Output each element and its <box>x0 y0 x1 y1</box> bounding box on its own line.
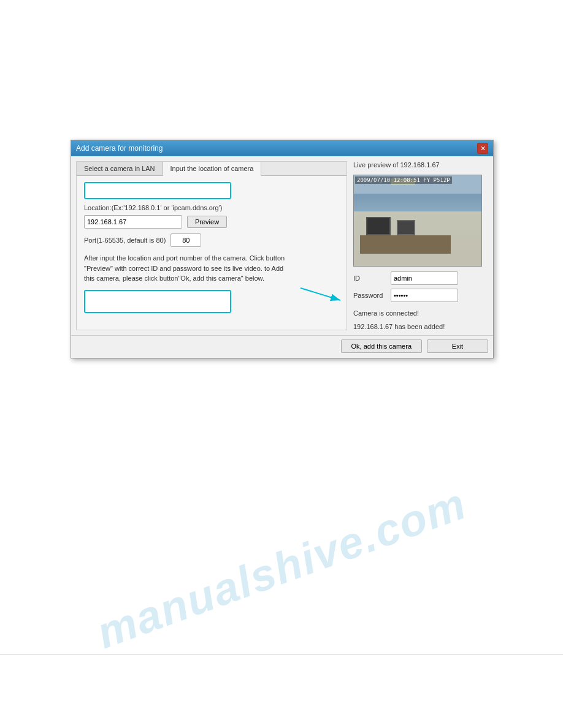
right-panel: Live preview of 192.168.1.67 2009/07/10 … <box>353 161 488 330</box>
exit-button[interactable]: Exit <box>427 339 488 353</box>
ip-input[interactable] <box>84 215 182 229</box>
dialog-window: Add camera for monitoring ✕ Select a cam… <box>71 140 494 358</box>
preview-label: Live preview of 192.168.1.67 <box>353 161 488 169</box>
camera-timestamp: 2009/07/10 12:08:51 FY P512P <box>355 176 452 184</box>
dialog-footer: Ok, add this camera Exit <box>71 335 493 358</box>
title-bar: Add camera for monitoring ✕ <box>71 140 493 156</box>
status-connected: Camera is connected! <box>353 309 488 317</box>
camera-preview: 2009/07/10 12:08:51 FY P512P <box>353 175 482 267</box>
dialog-title: Add camera for monitoring <box>76 144 163 153</box>
preview-button[interactable]: Preview <box>187 216 227 228</box>
ok-add-camera-button[interactable]: Ok, add this camera <box>341 339 422 353</box>
credentials-section: ID Password <box>353 271 488 302</box>
dialog-body: Select a camera in LAN Input the locatio… <box>71 156 493 335</box>
status-added: 192.168.1.67 has been added! <box>353 323 488 330</box>
password-label: Password <box>353 292 387 299</box>
instructions-text: After input the location and port number… <box>84 253 293 284</box>
tab-select-lan[interactable]: Select a camera in LAN <box>77 162 163 175</box>
add-camera-highlight-area <box>84 290 231 313</box>
tab-bar: Select a camera in LAN Input the locatio… <box>77 162 347 176</box>
port-label: Port(1-65535, default is 80) <box>84 237 166 244</box>
id-row: ID <box>353 271 488 285</box>
bottom-separator <box>0 654 563 654</box>
close-button[interactable]: ✕ <box>477 143 488 154</box>
id-label: ID <box>353 275 387 282</box>
password-input[interactable] <box>391 289 458 302</box>
id-input[interactable] <box>391 271 458 285</box>
room-monitor <box>366 217 391 235</box>
ip-row: Preview <box>84 215 339 229</box>
location-input-highlighted[interactable] <box>84 182 231 199</box>
watermark-text: manualshive.com <box>90 478 473 658</box>
location-label: Location:(Ex:'192.168.0.1' or 'ipcam.ddn… <box>84 204 339 211</box>
left-panel: Select a camera in LAN Input the locatio… <box>76 161 347 330</box>
room-monitor2 <box>397 220 415 235</box>
port-row: Port(1-65535, default is 80) <box>84 233 339 247</box>
room-desk <box>360 235 451 254</box>
camera-preview-inner: 2009/07/10 12:08:51 FY P512P <box>354 175 481 266</box>
password-row: Password <box>353 289 488 302</box>
tab-input-location[interactable]: Input the location of camera <box>163 162 262 176</box>
annotations-overlay <box>0 0 563 728</box>
port-input[interactable] <box>170 233 201 247</box>
left-content: Location:(Ex:'192.168.0.1' or 'ipcam.ddn… <box>77 176 347 324</box>
